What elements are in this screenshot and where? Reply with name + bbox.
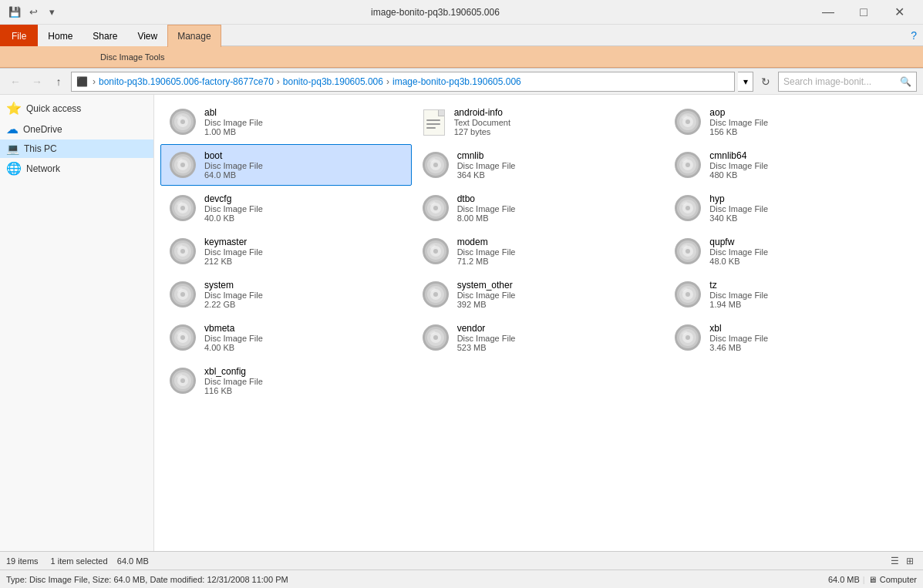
file-info: xbl Disc Image File 3.46 MB bbox=[709, 323, 910, 352]
file-size: 212 KB bbox=[204, 257, 405, 266]
back-button[interactable]: ← bbox=[6, 72, 25, 91]
disc-icon bbox=[167, 322, 198, 353]
path-root: ⬛ bbox=[76, 76, 88, 87]
file-item[interactable]: aop Disc Image File 156 KB bbox=[665, 101, 917, 143]
file-item[interactable]: cmnlib64 Disc Image File 480 KB bbox=[665, 144, 917, 186]
svg-point-40 bbox=[433, 206, 438, 210]
close-button[interactable]: ✕ bbox=[881, 0, 917, 25]
window-controls: — □ ✕ bbox=[810, 0, 917, 25]
disc-icon bbox=[420, 193, 451, 223]
file-info: vbmeta Disc Image File 4.00 KB bbox=[204, 323, 405, 352]
qat-undo-btn[interactable]: ↩ bbox=[25, 4, 42, 21]
file-item[interactable]: keymaster Disc Image File 212 KB bbox=[160, 230, 412, 272]
svg-point-46 bbox=[686, 206, 690, 210]
file-item[interactable]: abl Disc Image File 1.00 MB bbox=[160, 101, 412, 143]
sidebar-item-onedrive[interactable]: ☁ OneDrive bbox=[0, 119, 153, 139]
disc-icon bbox=[167, 106, 198, 137]
search-box[interactable]: Search image-bonit... 🔍 bbox=[778, 72, 917, 92]
file-size: 1.94 MB bbox=[709, 300, 910, 309]
maximize-button[interactable]: □ bbox=[846, 0, 881, 25]
view-details-btn[interactable]: ☰ bbox=[888, 554, 901, 568]
disc-icon bbox=[672, 279, 703, 310]
file-size: 1.00 MB bbox=[204, 127, 405, 136]
file-info: aop Disc Image File 156 KB bbox=[709, 107, 910, 136]
sidebar-item-this-pc[interactable]: 💻 This PC bbox=[0, 139, 153, 158]
address-dropdown[interactable]: ▾ bbox=[738, 72, 753, 92]
file-name: abl bbox=[204, 107, 405, 118]
tab-home[interactable]: Home bbox=[38, 25, 83, 46]
path-seg2[interactable]: bonito-pq3b.190605.006 bbox=[283, 76, 383, 87]
svg-point-58 bbox=[433, 249, 438, 254]
file-name: hyp bbox=[709, 193, 910, 204]
tab-file[interactable]: File bbox=[0, 25, 38, 46]
file-size: 40.0 KB bbox=[204, 213, 405, 223]
file-type: Disc Image File bbox=[709, 118, 910, 127]
file-item[interactable]: hyp Disc Image File 340 KB bbox=[665, 187, 917, 229]
file-name: keymaster bbox=[204, 237, 405, 247]
sidebar-item-network[interactable]: 🌐 Network bbox=[0, 158, 153, 179]
this-pc-icon: 💻 bbox=[6, 143, 19, 155]
file-name: qupfw bbox=[709, 237, 910, 247]
forward-button[interactable]: → bbox=[28, 72, 46, 91]
file-info: devcfg Disc Image File 40.0 KB bbox=[204, 193, 405, 223]
file-item[interactable]: vendor Disc Image File 523 MB bbox=[413, 317, 665, 358]
quick-access-icon: ⭐ bbox=[6, 101, 22, 116]
sidebar-item-quick-access[interactable]: ⭐ Quick access bbox=[0, 98, 153, 119]
file-item[interactable]: android-info Text Document 127 bytes bbox=[413, 101, 665, 143]
view-large-icon-btn[interactable]: ⊞ bbox=[903, 554, 917, 568]
file-item[interactable]: dtbo Disc Image File 8.00 MB bbox=[413, 187, 665, 229]
file-item[interactable]: xbl_config Disc Image File 116 KB bbox=[160, 360, 412, 402]
file-name: modem bbox=[457, 237, 658, 247]
file-item[interactable]: system Disc Image File 2.22 GB bbox=[160, 274, 412, 315]
qat-redo-btn[interactable]: ▾ bbox=[43, 4, 60, 21]
sidebar-label-quick-access: Quick access bbox=[26, 103, 147, 114]
file-item[interactable]: devcfg Disc Image File 40.0 KB bbox=[160, 187, 412, 229]
svg-point-52 bbox=[180, 249, 185, 254]
file-type: Disc Image File bbox=[204, 377, 405, 386]
help-button[interactable]: ? bbox=[911, 29, 917, 42]
file-type: Disc Image File bbox=[457, 334, 658, 343]
file-size: 64.0 MB bbox=[204, 170, 405, 180]
file-type: Disc Image File bbox=[457, 247, 658, 257]
address-path[interactable]: ⬛ › bonito-pq3b.190605.006-factory-8677c… bbox=[71, 72, 735, 92]
path-seg1[interactable]: bonito-pq3b.190605.006-factory-8677ce70 bbox=[99, 76, 274, 87]
footer-sep: | bbox=[863, 575, 865, 584]
path-seg3[interactable]: image-bonito-pq3b.190605.006 bbox=[392, 76, 521, 87]
refresh-button[interactable]: ↻ bbox=[756, 72, 775, 91]
footer-right: 64.0 MB | 🖥 Computer bbox=[828, 575, 917, 584]
file-name: vbmeta bbox=[204, 323, 405, 334]
file-item[interactable]: vbmeta Disc Image File 4.00 KB bbox=[160, 317, 412, 358]
file-type: Disc Image File bbox=[709, 247, 910, 257]
computer-icon: 🖥 bbox=[868, 575, 877, 584]
tab-view[interactable]: View bbox=[127, 25, 167, 46]
file-name: aop bbox=[709, 107, 910, 118]
file-type: Disc Image File bbox=[709, 204, 910, 213]
disc-icon bbox=[167, 279, 198, 310]
file-item[interactable]: xbl Disc Image File 3.46 MB bbox=[665, 317, 917, 358]
file-item[interactable]: system_other Disc Image File 392 MB bbox=[413, 274, 665, 315]
address-bar: ← → ↑ ⬛ › bonito-pq3b.190605.006-factory… bbox=[0, 69, 923, 95]
tab-manage[interactable]: Manage bbox=[167, 25, 221, 47]
disc-icon bbox=[167, 150, 198, 180]
file-name: cmnlib bbox=[457, 150, 658, 161]
file-type: Text Document bbox=[454, 118, 658, 127]
file-info: cmnlib Disc Image File 364 KB bbox=[457, 150, 658, 180]
svg-point-22 bbox=[433, 163, 438, 167]
file-type: Disc Image File bbox=[204, 291, 405, 300]
file-item[interactable]: tz Disc Image File 1.94 MB bbox=[665, 274, 917, 315]
file-info: cmnlib64 Disc Image File 480 KB bbox=[709, 150, 910, 180]
file-size: 480 KB bbox=[709, 170, 910, 180]
file-item[interactable]: modem Disc Image File 71.2 MB bbox=[413, 230, 665, 272]
tab-share[interactable]: Share bbox=[83, 25, 127, 46]
file-item[interactable]: boot Disc Image File 64.0 MB bbox=[160, 144, 412, 186]
up-button[interactable]: ↑ bbox=[49, 72, 68, 91]
file-size: 116 KB bbox=[204, 386, 405, 395]
disc-icon bbox=[672, 150, 703, 180]
file-type: Disc Image File bbox=[709, 334, 910, 343]
file-item[interactable]: qupfw Disc Image File 48.0 KB bbox=[665, 230, 917, 272]
minimize-button[interactable]: — bbox=[810, 0, 846, 25]
qat-save-btn[interactable]: 💾 bbox=[6, 4, 23, 21]
file-type: Disc Image File bbox=[204, 247, 405, 257]
file-info: modem Disc Image File 71.2 MB bbox=[457, 237, 658, 266]
file-item[interactable]: cmnlib Disc Image File 364 KB bbox=[413, 144, 665, 186]
